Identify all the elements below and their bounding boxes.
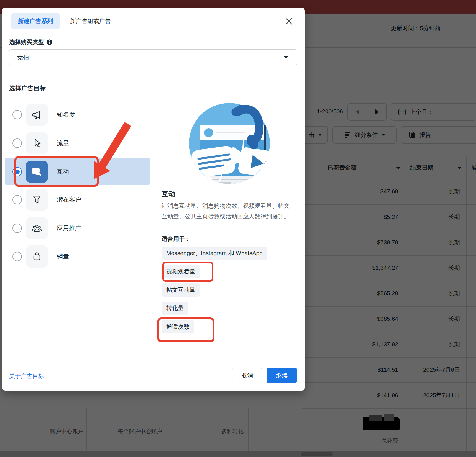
people-icon — [31, 222, 43, 234]
cancel-button[interactable]: 取消 — [232, 368, 262, 383]
engagement-illustration — [182, 96, 277, 191]
tab-new-adset-or-ad[interactable]: 新广告组或广告 — [70, 13, 111, 29]
cursor-icon — [31, 137, 43, 149]
radio-traffic[interactable] — [12, 138, 22, 148]
buy-type-select[interactable]: 竞拍 — [9, 49, 297, 65]
objective-label: 潜在客户 — [57, 189, 81, 211]
buy-type-label: 选择购买类型 — [9, 38, 44, 46]
radio-app-promotion[interactable] — [12, 224, 22, 233]
detail-title: 互动 — [162, 189, 175, 199]
good-for-label: 适合用于： — [162, 235, 191, 243]
megaphone-icon — [31, 109, 43, 121]
tag-conversions: 转化量 — [162, 302, 188, 315]
detail-description: 让消息互动量、消息购物次数、视频观看量、帖文互动量、公共主页赞数或活动回应人数得… — [162, 201, 290, 222]
buy-type-section: 选择购买类型 — [9, 38, 52, 46]
radio-sales[interactable] — [12, 252, 22, 261]
funnel-icon — [31, 194, 43, 206]
objective-label: 销量 — [57, 245, 69, 268]
radio-awareness[interactable] — [12, 110, 22, 119]
create-campaign-modal: 新建广告系列 新广告组或广告 选择购买类型 竞拍 选择广告目标 知名度 — [2, 8, 305, 391]
shopping-bag-icon — [31, 250, 43, 263]
close-button[interactable] — [284, 17, 294, 26]
objective-label: 知名度 — [57, 104, 75, 126]
about-objectives-link[interactable]: 关于广告目标 — [9, 372, 44, 380]
objective-heading: 选择广告目标 — [9, 84, 46, 93]
objective-label: 应用推广 — [57, 217, 81, 239]
annotation-box-calls — [157, 317, 214, 342]
tab-new-campaign[interactable]: 新建广告系列 — [11, 13, 60, 29]
objective-label: 流量 — [57, 132, 69, 154]
radio-leads[interactable] — [12, 195, 22, 204]
info-icon[interactable] — [47, 39, 52, 45]
close-icon — [284, 17, 294, 26]
chevron-down-icon — [284, 56, 288, 59]
annotation-box-video-views — [162, 262, 213, 282]
tag-platforms: Messenger、Instagram 和 WhatsApp — [162, 247, 267, 260]
continue-button[interactable]: 继续 — [267, 368, 297, 383]
annotation-box-engagement — [14, 156, 99, 187]
buy-type-value: 竞拍 — [17, 53, 29, 61]
tag-post-engagement: 帖文互动量 — [162, 283, 200, 297]
screenshot-root: { "colors": { "annotation_red": "#e8402c… — [0, 0, 476, 457]
